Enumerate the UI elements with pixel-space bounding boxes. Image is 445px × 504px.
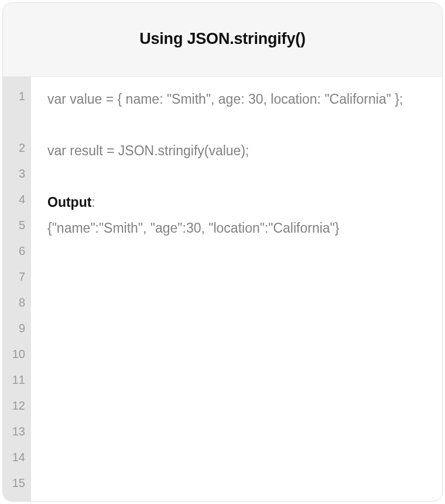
code-line-empty	[47, 165, 425, 190]
line-number: 11	[3, 371, 31, 397]
code-card: Using JSON.stringify() 1 2 3 4 5 6 7 8 9…	[2, 2, 443, 502]
line-number: 2	[3, 139, 31, 165]
line-number: 8	[3, 294, 31, 319]
output-label: Output	[47, 195, 91, 210]
card-header: Using JSON.stringify()	[3, 3, 442, 77]
card-body: 1 2 3 4 5 6 7 8 9 10 11 12 13 14 15 var …	[3, 77, 442, 501]
line-number: 10	[3, 345, 31, 371]
line-number: 13	[3, 423, 31, 448]
line-number: 5	[3, 216, 31, 242]
output-value-line: {"name":"Smith", "age":30, "location":"C…	[47, 216, 425, 242]
output-colon: :	[91, 195, 95, 210]
code-content: var value = { name: "Smith", age: 30, lo…	[31, 77, 442, 501]
output-label-line: Output:	[47, 190, 425, 216]
card-title: Using JSON.stringify()	[15, 30, 430, 48]
line-number-gutter: 1 2 3 4 5 6 7 8 9 10 11 12 13 14 15	[3, 77, 31, 501]
line-number: 7	[3, 268, 31, 294]
line-number: 12	[3, 397, 31, 423]
line-number: 9	[3, 319, 31, 345]
line-number: 14	[3, 448, 31, 474]
line-number: 6	[3, 242, 31, 268]
line-number: 1	[3, 87, 31, 139]
code-line: var result = JSON.stringify(value);	[47, 139, 425, 165]
line-number: 15	[3, 474, 31, 500]
code-line: var value = { name: "Smith", age: 30, lo…	[47, 87, 425, 139]
line-number: 3	[3, 165, 31, 190]
line-number: 4	[3, 190, 31, 216]
